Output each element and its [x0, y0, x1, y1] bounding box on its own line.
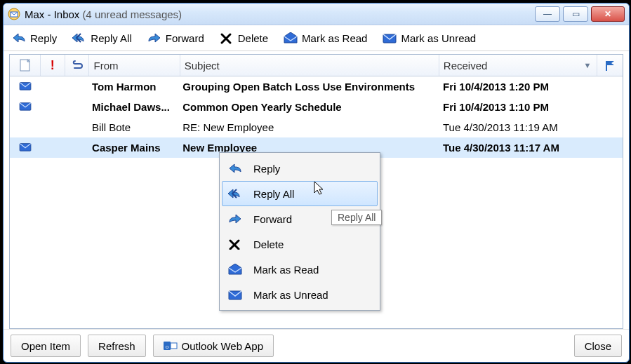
message-received: Fri 10/4/2013 1:10 PM	[439, 101, 597, 113]
tooltip-text: Reply All	[338, 212, 376, 223]
mail-open-icon	[228, 264, 244, 275]
message-received: Fri 10/4/2013 1:20 PM	[439, 81, 597, 93]
forward-icon	[147, 32, 161, 43]
message-received: Tue 4/30/2013 11:19 AM	[439, 121, 597, 133]
refresh-label: Refresh	[98, 340, 135, 352]
column-header-importance[interactable]: !	[41, 55, 65, 76]
outlook-web-app-button[interactable]: Outlook Web App	[153, 335, 274, 357]
message-status-icon	[10, 101, 40, 113]
message-from: Casper Mains	[88, 142, 178, 154]
column-header-subject-label: Subject	[185, 60, 220, 72]
footer: Open Item Refresh Outlook Web App Close	[4, 329, 629, 362]
context-menu-item[interactable]: Mark as Unread	[222, 282, 378, 307]
maximize-button[interactable]: ▭	[563, 6, 588, 22]
reply-label: Reply	[30, 32, 57, 44]
outlook-web-app-label: Outlook Web App	[182, 340, 263, 352]
window-title: Max - Inbox	[25, 8, 79, 20]
context-menu-item-label: Forward	[253, 213, 292, 225]
message-from: Bill Bote	[88, 121, 178, 133]
message-from: Tom Harmon	[88, 81, 178, 93]
context-menu: ReplyReply AllForwardDeleteMark as ReadM…	[219, 152, 380, 311]
close-window-button[interactable]: ✕	[591, 6, 625, 22]
flag-icon	[604, 60, 616, 71]
message-subject: Common Open Yearly Schedule	[178, 101, 439, 113]
column-header-subject[interactable]: Subject	[180, 55, 439, 76]
column-header-flag[interactable]	[597, 55, 623, 76]
page-icon	[19, 59, 31, 72]
column-headers: ! From Subject Received ▼	[10, 55, 623, 76]
context-menu-item[interactable]: Reply	[222, 156, 378, 181]
mail-open-icon	[284, 32, 298, 43]
window-controls: — ▭ ✕	[535, 6, 625, 22]
context-menu-item-label: Delete	[253, 238, 284, 250]
context-menu-item[interactable]: Mark as Read	[222, 257, 378, 282]
app-icon	[8, 8, 20, 20]
message-status-icon	[10, 142, 40, 154]
refresh-button[interactable]: Refresh	[88, 335, 146, 357]
reply-all-icon	[228, 188, 244, 199]
delete-label: Delete	[238, 32, 268, 44]
paperclip-icon	[71, 60, 84, 71]
app-window: Max - Inbox (4 unread messages) — ▭ ✕ Re…	[3, 3, 630, 363]
mail-closed-icon	[228, 289, 244, 300]
delete-icon	[228, 238, 244, 250]
column-header-message-icon[interactable]	[10, 55, 41, 76]
reply-icon	[228, 163, 244, 174]
context-menu-item-label: Mark as Read	[253, 264, 319, 276]
tooltip: Reply All	[331, 210, 382, 225]
context-menu-item[interactable]: Delete	[222, 231, 378, 257]
open-item-label: Open Item	[21, 340, 70, 352]
mail-closed-icon	[383, 32, 397, 43]
message-subject: RE: New Employee	[178, 121, 439, 133]
mark-as-read-label: Mark as Read	[302, 32, 367, 44]
column-header-from[interactable]: From	[89, 55, 180, 76]
message-from: Michael Daws...	[88, 101, 178, 113]
forward-button[interactable]: Forward	[147, 32, 204, 44]
reply-icon	[12, 32, 26, 43]
context-menu-item-label: Reply	[253, 163, 280, 175]
context-menu-item-label: Reply All	[253, 188, 294, 200]
forward-icon	[228, 213, 244, 224]
delete-button[interactable]: Delete	[220, 32, 268, 44]
context-menu-item-label: Mark as Unread	[253, 289, 328, 301]
close-button[interactable]: Close	[574, 335, 622, 357]
mark-as-unread-button[interactable]: Mark as Unread	[383, 32, 476, 44]
message-subject: New Employee	[178, 142, 439, 154]
message-received: Tue 4/30/2013 11:17 AM	[439, 142, 597, 154]
message-grid: ! From Subject Received ▼ Tom HarmonGrou…	[9, 54, 623, 329]
toolbar: Reply Reply All Forward Delete Mark as R…	[4, 25, 629, 51]
forward-label: Forward	[166, 32, 204, 44]
column-header-from-label: From	[93, 60, 118, 72]
minimize-button[interactable]: —	[535, 6, 560, 22]
reply-button[interactable]: Reply	[12, 32, 57, 44]
reply-all-label: Reply All	[91, 32, 131, 44]
close-label: Close	[585, 340, 611, 352]
message-row[interactable]: Bill BoteRE: New EmployeeTue 4/30/2013 1…	[10, 117, 623, 137]
window-subtitle: (4 unread messages)	[82, 8, 182, 20]
column-header-attachment[interactable]	[65, 55, 90, 76]
message-row[interactable]: Tom HarmonGrouping Open Batch Loss Use E…	[10, 76, 623, 97]
reply-all-button[interactable]: Reply All	[72, 32, 131, 44]
mark-as-unread-label: Mark as Unread	[401, 32, 476, 44]
message-row[interactable]: Michael Daws...Common Open Yearly Schedu…	[10, 97, 623, 117]
mark-as-read-button[interactable]: Mark as Read	[284, 32, 367, 44]
titlebar[interactable]: Max - Inbox (4 unread messages) — ▭ ✕	[4, 4, 629, 25]
message-list: Tom HarmonGrouping Open Batch Loss Use E…	[10, 76, 623, 328]
column-header-received-label: Received	[444, 60, 488, 72]
column-header-received[interactable]: Received ▼	[439, 55, 598, 76]
sort-indicator-icon: ▼	[583, 61, 591, 69]
message-subject: Grouping Open Batch Loss Use Environment…	[178, 81, 439, 93]
message-status-icon	[10, 81, 40, 93]
owa-icon	[164, 340, 178, 351]
open-item-button[interactable]: Open Item	[11, 335, 81, 357]
delete-icon	[220, 32, 234, 43]
context-menu-item[interactable]: Reply All	[222, 181, 378, 206]
reply-all-icon	[72, 32, 86, 43]
